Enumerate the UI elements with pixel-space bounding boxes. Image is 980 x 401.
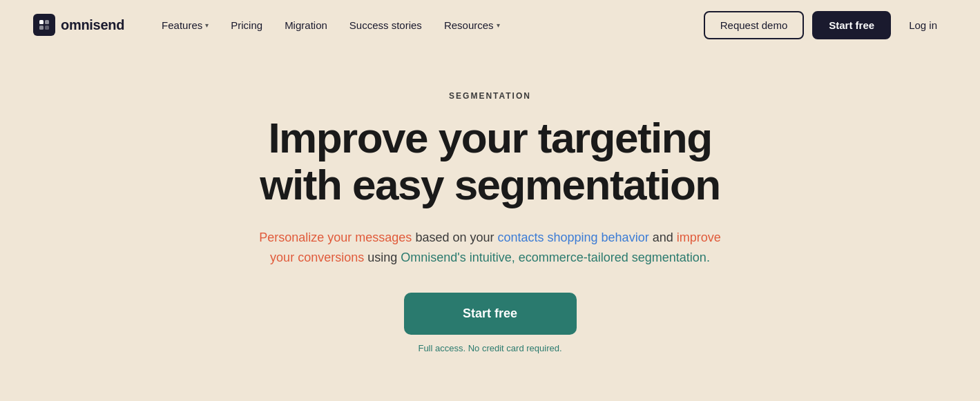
- chevron-down-icon: ▾: [205, 21, 209, 29]
- svg-rect-1: [45, 20, 49, 24]
- nav-link-pricing[interactable]: Pricing: [221, 14, 272, 37]
- nav-links: Features ▾ Pricing Migration Success sto…: [152, 14, 510, 37]
- hero-subtitle: Personalize your messages based on your …: [249, 228, 732, 268]
- hero-section: SEGMENTATION Improve your targeting with…: [0, 50, 980, 381]
- nav-left: omnisend Features ▾ Pricing Migration Su…: [33, 14, 510, 37]
- svg-rect-0: [39, 20, 44, 24]
- nav-link-migration[interactable]: Migration: [275, 14, 337, 37]
- hero-tag: SEGMENTATION: [449, 91, 531, 101]
- chevron-down-icon-2: ▾: [497, 21, 500, 29]
- logo[interactable]: omnisend: [33, 14, 124, 36]
- logo-text: omnisend: [61, 17, 124, 33]
- nav-link-resources[interactable]: Resources ▾: [434, 14, 510, 37]
- nav-link-features[interactable]: Features ▾: [152, 14, 218, 37]
- hero-note: Full access. No credit card required.: [418, 343, 561, 353]
- nav-right: Request demo Start free Log in: [704, 11, 947, 39]
- nav-link-success-stories[interactable]: Success stories: [340, 14, 432, 37]
- svg-rect-2: [39, 26, 44, 30]
- request-demo-button[interactable]: Request demo: [704, 11, 805, 39]
- start-free-hero-button[interactable]: Start free: [404, 293, 577, 335]
- login-button[interactable]: Log in: [899, 12, 947, 38]
- svg-rect-3: [45, 26, 49, 30]
- logo-icon: [33, 14, 55, 36]
- start-free-nav-button[interactable]: Start free: [812, 11, 891, 39]
- navigation: omnisend Features ▾ Pricing Migration Su…: [0, 0, 980, 50]
- hero-title: Improve your targeting with easy segment…: [260, 115, 720, 208]
